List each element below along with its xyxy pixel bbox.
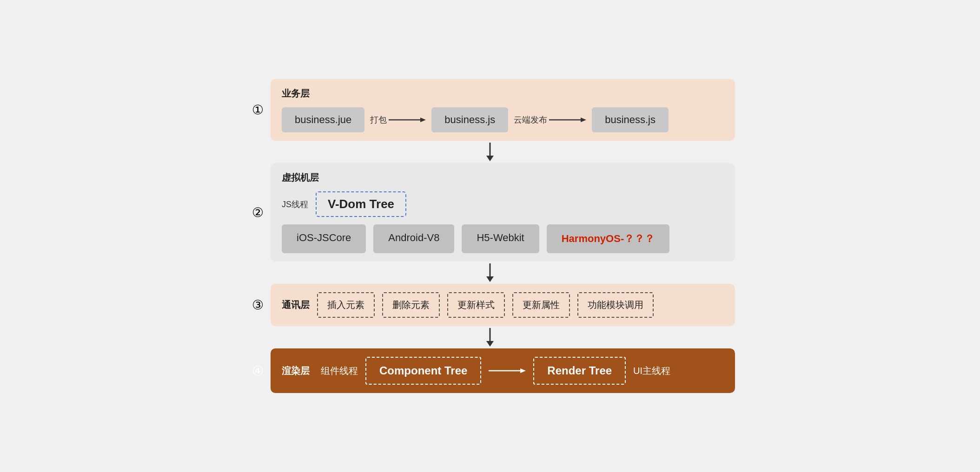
- layer3-row: ③ 通讯层 插入元素 删除元素 更新样式 更新属性 功能模块调用: [245, 284, 735, 326]
- layer3-circle: ③: [245, 284, 271, 326]
- arrow-svg-2: [549, 116, 586, 124]
- update-style-box: 更新样式: [447, 292, 505, 318]
- pack-arrow: 打包: [370, 114, 426, 125]
- arrow-2-3: [245, 262, 735, 284]
- layer4-circle: ④: [245, 348, 271, 393]
- layer2-top: JS线程 V-Dom Tree: [282, 191, 724, 217]
- layer2-title: 虚拟机层: [282, 171, 724, 184]
- architecture-diagram: ① 业务层 business.jue 打包 business.js 云端发布: [245, 79, 735, 393]
- update-attr-box: 更新属性: [512, 292, 570, 318]
- down-arrow-svg-2: [484, 263, 496, 282]
- ui-main-thread-label: UI主线程: [633, 365, 670, 377]
- layer4-content: 渲染层 组件线程 Component Tree Render Tree UI主线…: [271, 348, 735, 393]
- down-arrow-svg-1: [484, 143, 496, 161]
- layer4-title: 渲染层: [282, 365, 310, 377]
- component-tree-box: Component Tree: [365, 357, 481, 385]
- layer1-content: 业务层 business.jue 打包 business.js 云端发布: [271, 79, 735, 141]
- svg-marker-9: [486, 341, 494, 347]
- render-tree-box: Render Tree: [533, 357, 626, 385]
- render-arrow-svg: [489, 367, 526, 375]
- arrow-1-2: [245, 141, 735, 163]
- layer1-row: ① 业务层 business.jue 打包 business.js 云端发布: [245, 79, 735, 141]
- layer3-title: 通讯层: [282, 299, 310, 311]
- vdom-tree-box: V-Dom Tree: [316, 191, 406, 217]
- svg-marker-3: [581, 118, 586, 122]
- layer3-content: 通讯层 插入元素 删除元素 更新样式 更新属性 功能模块调用: [271, 284, 735, 326]
- cloud-arrow: 云端发布: [514, 114, 586, 125]
- layer4-inner: 渲染层 组件线程 Component Tree Render Tree UI主线…: [282, 357, 724, 385]
- arrow-svg-1: [389, 116, 426, 124]
- cloud-label: 云端发布: [514, 114, 547, 125]
- insert-element-box: 插入元素: [317, 292, 375, 318]
- layer1-circle: ①: [245, 79, 271, 141]
- svg-marker-5: [486, 156, 494, 161]
- layer4-row: ④ 渲染层 组件线程 Component Tree Render Tree UI…: [245, 348, 735, 393]
- layer2-row: ② 虚拟机层 JS线程 V-Dom Tree iOS-JSCore Androi…: [245, 163, 735, 262]
- ios-jscore-box: iOS-JSCore: [282, 224, 366, 253]
- business-js-box1: business.js: [431, 107, 508, 132]
- down-arrow-svg-3: [484, 328, 496, 347]
- pack-label: 打包: [370, 114, 387, 125]
- layer2-circle: ②: [245, 163, 271, 262]
- harmonyos-box: HarmonyOS-？？？: [547, 224, 669, 253]
- module-call-box: 功能模块调用: [577, 292, 654, 318]
- js-thread-label: JS线程: [282, 199, 308, 210]
- layer3-inner: 通讯层 插入元素 删除元素 更新样式 更新属性 功能模块调用: [282, 292, 724, 318]
- layer1-flow: business.jue 打包 business.js 云端发布: [282, 107, 724, 132]
- component-thread-label: 组件线程: [321, 365, 358, 377]
- svg-marker-1: [420, 118, 426, 122]
- layer1-title: 业务层: [282, 87, 724, 100]
- business-js-box2: business.js: [592, 107, 669, 132]
- android-v8-box: Android-V8: [373, 224, 454, 253]
- svg-marker-11: [520, 368, 526, 373]
- svg-marker-7: [486, 276, 494, 282]
- h5-webkit-box: H5-Webkit: [462, 224, 539, 253]
- business-jue-box: business.jue: [282, 107, 364, 132]
- delete-element-box: 删除元素: [382, 292, 440, 318]
- arrow-3-4: [245, 326, 735, 348]
- layer2-engines: iOS-JSCore Android-V8 H5-Webkit HarmonyO…: [282, 224, 724, 253]
- layer2-content: 虚拟机层 JS线程 V-Dom Tree iOS-JSCore Android-…: [271, 163, 735, 262]
